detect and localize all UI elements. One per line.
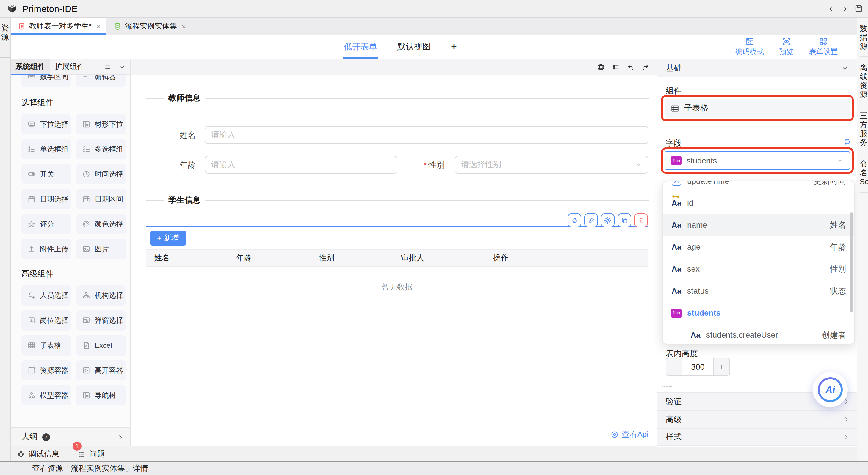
palette-item-upload[interactable]: 附件上传 bbox=[22, 239, 71, 259]
subtable-widget[interactable]: + 新增 姓名年龄性别审批人操作 暂无数据 bbox=[146, 226, 648, 309]
one-to-many-icon: 1:n bbox=[671, 156, 682, 165]
action-blocks[interactable]: 表单设置 bbox=[809, 37, 838, 57]
view-api-link[interactable]: 查看Api bbox=[610, 429, 648, 440]
copy-button[interactable] bbox=[618, 213, 631, 227]
ai-assistant-button[interactable]: Ai bbox=[813, 372, 848, 407]
view-tab-2[interactable]: 默认视图 bbox=[397, 35, 431, 59]
dropdown-item-name[interactable]: Aaname姓名 bbox=[663, 214, 854, 236]
inspector-section-样式[interactable]: 样式 bbox=[657, 428, 857, 446]
age-input[interactable]: 请输入 bbox=[205, 156, 397, 174]
inspector-header[interactable]: 基础 bbox=[657, 60, 857, 77]
outline-bar[interactable]: 大纲 i bbox=[11, 428, 131, 446]
right-rail-item-label: 命名Sql bbox=[860, 159, 868, 186]
palette-item-label: 弹窗选择 bbox=[95, 315, 123, 326]
action-eye-scan[interactable]: 预览 bbox=[779, 37, 794, 57]
palette-item-radio-list[interactable]: 单选框组 bbox=[22, 139, 71, 159]
debug-item-list-menu[interactable]: 问题 bbox=[78, 448, 105, 459]
palette-item-switch[interactable]: 开关 bbox=[22, 164, 71, 184]
editor-tab-label: 流程实例实体集 bbox=[125, 22, 177, 32]
right-rail-item-3[interactable]: 三方服务 bbox=[860, 105, 868, 154]
redo-icon[interactable] bbox=[641, 63, 650, 71]
palette-item-check-list[interactable]: 多选框组 bbox=[76, 139, 126, 159]
nav-forward-icon[interactable] bbox=[841, 4, 849, 13]
palette-item-clock[interactable]: 时间选择 bbox=[76, 164, 126, 184]
view-tab-1[interactable]: 低开表单 bbox=[344, 35, 377, 59]
palette-item-popup-search[interactable]: 弹窗选择 bbox=[76, 310, 126, 331]
collapse-chevron-icon[interactable] bbox=[118, 63, 126, 70]
palette-item-image[interactable]: 图片 bbox=[76, 239, 126, 259]
editor-tab-1[interactable]: 教师表一对多学生*× bbox=[11, 18, 106, 35]
debug-item-bug[interactable]: 调试信息 bbox=[17, 448, 60, 459]
right-rail-item-4[interactable]: 命名Sql bbox=[860, 154, 868, 193]
palette-clipped-row: 数字区间编辑器 bbox=[11, 75, 130, 88]
palette-item-editor[interactable]: 编辑器 bbox=[76, 75, 126, 87]
dropdown-scrollbar[interactable] bbox=[850, 212, 853, 312]
right-rail-item-2[interactable]: 离线资源 bbox=[860, 57, 868, 105]
palette-item-excel[interactable]: Excel bbox=[76, 335, 126, 355]
palette-item-tree-select[interactable]: 树形下拉 bbox=[76, 114, 126, 134]
dropdown-item-id[interactable]: Aaid bbox=[663, 192, 854, 214]
table-height-label: 表内高度 bbox=[666, 348, 698, 359]
field-select[interactable]: 1:n students bbox=[664, 151, 850, 170]
stepper-minus-button[interactable]: − bbox=[666, 359, 682, 375]
editor-tab-strip: 教师表一对多学生*×流程实例实体集× bbox=[11, 18, 857, 35]
dropdown-item-age[interactable]: Aaage年龄 bbox=[663, 236, 854, 258]
right-rail-item-1[interactable]: 数据源 bbox=[860, 18, 868, 57]
palette-item-org[interactable]: 机构选择 bbox=[76, 285, 126, 306]
dropdown-item-updateTime[interactable]: 31updateTime更新时间 bbox=[663, 181, 854, 192]
dropdown-item-tag: 状态 bbox=[830, 286, 846, 296]
link-button[interactable] bbox=[584, 213, 598, 227]
inspector-header-label: 基础 bbox=[666, 63, 682, 73]
student-section-divider: 学生信息 bbox=[146, 195, 649, 206]
close-icon[interactable]: × bbox=[182, 22, 186, 31]
inspector-section-高级[interactable]: 高级 bbox=[657, 410, 857, 428]
dropdown-item-students-createUser[interactable]: Aastudents.createUser创建者 bbox=[663, 324, 854, 344]
nav-back-icon[interactable] bbox=[827, 4, 835, 13]
name-field-label: 姓名 bbox=[180, 131, 196, 140]
dropdown-item-name: status bbox=[687, 286, 709, 296]
stepper-value[interactable]: 300 bbox=[682, 359, 714, 375]
close-icon[interactable]: × bbox=[96, 22, 100, 31]
palette-tab-2[interactable]: 扩展组件 bbox=[50, 60, 89, 74]
sex-select[interactable]: 请选择性别 bbox=[455, 156, 648, 174]
undo-icon[interactable] bbox=[626, 63, 635, 71]
palette-item-cubes[interactable]: 模型容器 bbox=[22, 385, 71, 405]
steps-icon[interactable] bbox=[612, 63, 620, 71]
palette-tab-1[interactable]: 系统组件 bbox=[11, 60, 50, 74]
list-layout-icon[interactable] bbox=[104, 63, 111, 70]
add-row-button[interactable]: + 新增 bbox=[150, 231, 186, 245]
gear-button[interactable] bbox=[601, 213, 615, 227]
palette-item-subtable[interactable]: 子表格 bbox=[22, 335, 71, 355]
dropdown-item-status[interactable]: Aastatus状态 bbox=[663, 280, 854, 302]
component-value-field[interactable]: 子表格 bbox=[664, 99, 850, 118]
palette-item-post[interactable]: 岗位选择 bbox=[22, 310, 71, 331]
palette-item-label: 子表格 bbox=[40, 340, 61, 350]
primeton-ide-window: Primeton-IDE 资源 教师表一对多学生*×流程实例实体集× 低开表单默… bbox=[0, 0, 868, 475]
chevron-right-icon[interactable] bbox=[117, 434, 124, 440]
dropdown-item-students[interactable]: 1:nstudents bbox=[663, 302, 854, 324]
palette-item-select[interactable]: 下拉选择 bbox=[22, 114, 71, 134]
globe-icon[interactable] bbox=[597, 63, 605, 71]
dropdown-item-sex[interactable]: Aasex性别 bbox=[663, 258, 854, 280]
save-icon[interactable] bbox=[854, 4, 863, 13]
palette-item-num-range[interactable]: 数字区间 bbox=[22, 75, 71, 87]
panel-drag-handle[interactable] bbox=[662, 386, 672, 387]
action-code-window[interactable]: 编码模式 bbox=[735, 37, 764, 57]
chevron-down-icon[interactable] bbox=[841, 65, 848, 72]
palette-item-palette[interactable]: 颜色选择 bbox=[76, 214, 126, 234]
palette-item-calendar[interactable]: 日期选择 bbox=[22, 189, 71, 209]
palette-item-calendar-range[interactable]: 日期区间 bbox=[76, 189, 126, 209]
add-view-button[interactable]: + bbox=[451, 41, 457, 53]
field-refresh-icon[interactable] bbox=[843, 137, 851, 146]
rail-item-resources[interactable]: 资源 bbox=[1, 23, 9, 42]
editor-tab-2[interactable]: 流程实例实体集× bbox=[106, 18, 197, 35]
name-input[interactable]: 请输入 bbox=[205, 126, 648, 144]
palette-item-code-box[interactable]: 高开容器 bbox=[76, 360, 126, 380]
trash-button[interactable] bbox=[634, 213, 648, 227]
palette-item-dashed-box[interactable]: 资源容器 bbox=[22, 360, 71, 380]
palette-item-nav-tree[interactable]: 导航树 bbox=[76, 385, 126, 405]
palette-item-star[interactable]: 评分 bbox=[22, 214, 71, 234]
palette-item-person[interactable]: 人员选择 bbox=[22, 285, 71, 306]
stepper-plus-button[interactable]: + bbox=[714, 359, 730, 375]
refresh-button[interactable] bbox=[567, 213, 581, 227]
